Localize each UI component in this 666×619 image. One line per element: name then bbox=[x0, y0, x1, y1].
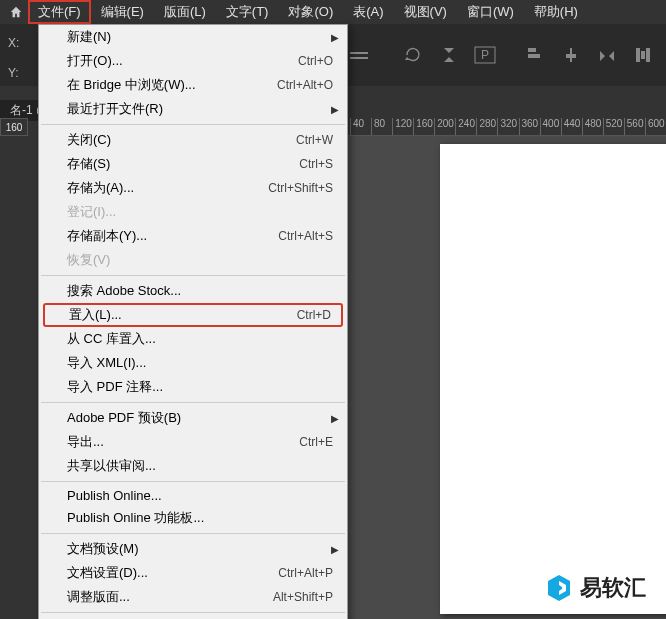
menu-item-label: 搜索 Adobe Stock... bbox=[67, 282, 339, 300]
svg-rect-8 bbox=[646, 48, 650, 62]
ruler-tick: 160 bbox=[413, 118, 434, 136]
menu-shortcut: Ctrl+E bbox=[299, 435, 339, 449]
ruler-tick: 560 bbox=[624, 118, 645, 136]
menu-shortcut: Ctrl+D bbox=[297, 308, 337, 322]
menu-item-label: 存储副本(Y)... bbox=[67, 227, 278, 245]
menu-shortcut: Alt+Shift+P bbox=[273, 590, 339, 604]
y-label: Y: bbox=[8, 66, 19, 80]
menu-separator bbox=[41, 402, 345, 403]
watermark: 易软汇 bbox=[544, 573, 646, 603]
chevron-right-icon: ▶ bbox=[331, 32, 339, 43]
file-dropdown: 新建(N)▶打开(O)...Ctrl+O在 Bridge 中浏览(W)...Ct… bbox=[38, 24, 348, 619]
menu-item-label: Publish Online 功能板... bbox=[67, 509, 339, 527]
ruler-tick: 480 bbox=[582, 118, 603, 136]
menu-item-19[interactable]: 导出...Ctrl+E bbox=[39, 430, 347, 454]
menu-item-25[interactable]: 文档预设(M)▶ bbox=[39, 537, 347, 561]
menubar: 文件(F) 编辑(E) 版面(L) 文字(T) 对象(O) 表(A) 视图(V)… bbox=[0, 0, 666, 24]
svg-text:P: P bbox=[481, 48, 489, 62]
svg-rect-2 bbox=[350, 57, 368, 59]
watermark-icon bbox=[544, 573, 574, 603]
menu-item-8: 登记(I)... bbox=[39, 200, 347, 224]
menu-separator bbox=[41, 612, 345, 613]
menu-item-label: 共享以供审阅... bbox=[67, 457, 339, 475]
menu-window[interactable]: 窗口(W) bbox=[457, 0, 524, 24]
menu-file[interactable]: 文件(F) bbox=[28, 0, 91, 24]
chevron-right-icon: ▶ bbox=[331, 544, 339, 555]
menu-item-label: 在 Bridge 中浏览(W)... bbox=[67, 76, 277, 94]
menu-layout[interactable]: 版面(L) bbox=[154, 0, 216, 24]
menu-item-1[interactable]: 打开(O)...Ctrl+O bbox=[39, 49, 347, 73]
menu-shortcut: Ctrl+O bbox=[298, 54, 339, 68]
menu-item-label: 最近打开文件(R) bbox=[67, 100, 339, 118]
menu-item-18[interactable]: Adobe PDF 预设(B)▶ bbox=[39, 406, 347, 430]
menu-type[interactable]: 文字(T) bbox=[216, 0, 279, 24]
menu-item-label: 导入 XML(I)... bbox=[67, 354, 339, 372]
menu-item-6[interactable]: 存储(S)Ctrl+S bbox=[39, 152, 347, 176]
text-frame-icon[interactable]: P bbox=[470, 42, 500, 68]
menu-separator bbox=[41, 275, 345, 276]
x-label: X: bbox=[8, 36, 19, 50]
menu-item-20[interactable]: 共享以供审阅... bbox=[39, 454, 347, 478]
menu-edit[interactable]: 编辑(E) bbox=[91, 0, 154, 24]
ruler-tick: 280 bbox=[476, 118, 497, 136]
menu-item-10: 恢复(V) bbox=[39, 248, 347, 272]
coordinates: X: Y: bbox=[8, 36, 19, 80]
ruler-corner: 160 bbox=[0, 118, 28, 136]
menu-item-12[interactable]: 搜索 Adobe Stock... bbox=[39, 279, 347, 303]
stroke-icon[interactable] bbox=[344, 42, 374, 68]
menu-shortcut: Ctrl+W bbox=[296, 133, 339, 147]
menu-item-22[interactable]: Publish Online... bbox=[39, 485, 347, 506]
chevron-right-icon: ▶ bbox=[331, 413, 339, 424]
menu-shortcut: Ctrl+Alt+S bbox=[278, 229, 339, 243]
menu-item-label: 登记(I)... bbox=[67, 203, 339, 221]
menu-item-5[interactable]: 关闭(C)Ctrl+W bbox=[39, 128, 347, 152]
menu-item-23[interactable]: Publish Online 功能板... bbox=[39, 506, 347, 530]
menu-item-9[interactable]: 存储副本(Y)...Ctrl+Alt+S bbox=[39, 224, 347, 248]
menu-item-label: Adobe PDF 预设(B) bbox=[67, 409, 339, 427]
menu-item-7[interactable]: 存储为(A)...Ctrl+Shift+S bbox=[39, 176, 347, 200]
svg-rect-5 bbox=[570, 48, 572, 62]
watermark-text: 易软汇 bbox=[580, 573, 646, 603]
flip-v-icon[interactable] bbox=[434, 42, 464, 68]
flip-h-icon[interactable] bbox=[592, 42, 622, 68]
home-icon[interactable] bbox=[4, 2, 28, 22]
menu-item-15[interactable]: 导入 XML(I)... bbox=[39, 351, 347, 375]
menu-separator bbox=[41, 481, 345, 482]
align-icon-2[interactable] bbox=[556, 42, 586, 68]
document-page[interactable] bbox=[440, 144, 666, 614]
ruler-tick: 360 bbox=[519, 118, 540, 136]
ruler-tick: 440 bbox=[561, 118, 582, 136]
menu-item-label: 打开(O)... bbox=[67, 52, 298, 70]
menu-item-label: 关闭(C) bbox=[67, 131, 296, 149]
ruler-tick: 240 bbox=[455, 118, 476, 136]
menu-item-label: 从 CC 库置入... bbox=[67, 330, 339, 348]
menu-separator bbox=[41, 124, 345, 125]
menu-item-label: 存储(S) bbox=[67, 155, 299, 173]
menu-item-label: 调整版面... bbox=[67, 588, 273, 606]
svg-rect-1 bbox=[350, 52, 368, 54]
menu-item-16[interactable]: 导入 PDF 注释... bbox=[39, 375, 347, 399]
svg-rect-6 bbox=[636, 48, 640, 62]
distribute-icon[interactable] bbox=[628, 42, 658, 68]
menu-item-26[interactable]: 文档设置(D)...Ctrl+Alt+P bbox=[39, 561, 347, 585]
menu-item-0[interactable]: 新建(N)▶ bbox=[39, 25, 347, 49]
ruler-tick: 400 bbox=[540, 118, 561, 136]
menu-item-13[interactable]: 置入(L)...Ctrl+D bbox=[43, 303, 343, 327]
menu-item-label: 导出... bbox=[67, 433, 299, 451]
align-icon-1[interactable] bbox=[520, 42, 550, 68]
menu-item-label: 文档预设(M) bbox=[67, 540, 339, 558]
menu-table[interactable]: 表(A) bbox=[343, 0, 393, 24]
menu-item-2[interactable]: 在 Bridge 中浏览(W)...Ctrl+Alt+O bbox=[39, 73, 347, 97]
rotate-icon[interactable] bbox=[398, 42, 428, 68]
menu-object[interactable]: 对象(O) bbox=[278, 0, 343, 24]
ruler-tick: 80 bbox=[371, 118, 392, 136]
menu-view[interactable]: 视图(V) bbox=[394, 0, 457, 24]
menu-shortcut: Ctrl+Shift+S bbox=[268, 181, 339, 195]
ruler-tick: 320 bbox=[497, 118, 518, 136]
menu-item-label: 文档设置(D)... bbox=[67, 564, 278, 582]
menu-shortcut: Ctrl+Alt+P bbox=[278, 566, 339, 580]
menu-item-3[interactable]: 最近打开文件(R)▶ bbox=[39, 97, 347, 121]
menu-item-27[interactable]: 调整版面...Alt+Shift+P bbox=[39, 585, 347, 609]
menu-help[interactable]: 帮助(H) bbox=[524, 0, 588, 24]
menu-item-14[interactable]: 从 CC 库置入... bbox=[39, 327, 347, 351]
